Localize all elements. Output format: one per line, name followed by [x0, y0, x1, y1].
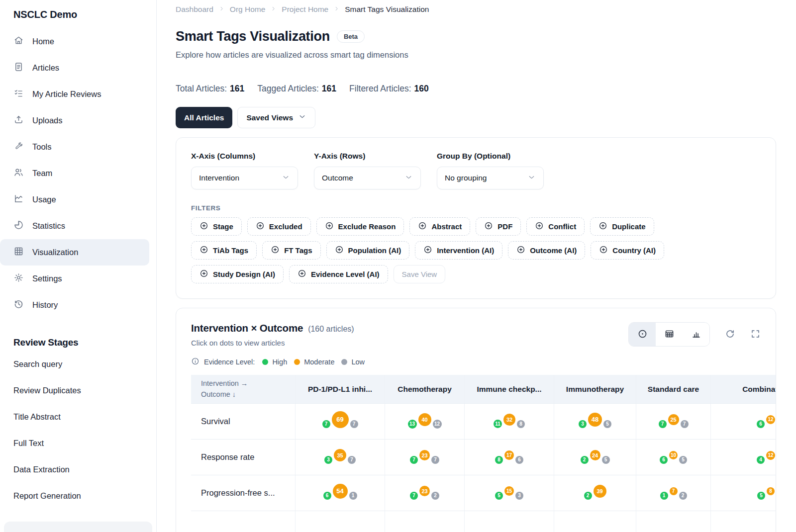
sidebar-item-usage[interactable]: Usage	[0, 186, 149, 213]
evidence-dot-low[interactable]: 5	[602, 456, 610, 464]
stage-item-data-extraction[interactable]: Data Extraction	[0, 456, 156, 483]
evidence-dot-high[interactable]: 8	[495, 456, 503, 464]
save-view-button[interactable]: Save View	[394, 265, 446, 283]
filter-chip-pdf[interactable]: PDF	[476, 217, 521, 236]
evidence-dot-moderate[interactable]: 12	[766, 451, 775, 460]
filter-chip-population-ai[interactable]: Population (AI)	[326, 241, 410, 260]
filter-chip-ft-tags[interactable]: FT Tags	[262, 241, 320, 260]
filter-chip-conflict[interactable]: Conflict	[526, 217, 585, 236]
evidence-dot-high[interactable]: 6	[323, 492, 331, 500]
evidence-dot-moderate[interactable]: 69	[332, 411, 349, 428]
evidence-dot-low[interactable]: 7	[681, 420, 689, 428]
x-axis-select[interactable]: Intervention	[191, 167, 298, 189]
group-by-select[interactable]: No grouping	[437, 167, 544, 189]
evidence-dot-high[interactable]: 2	[581, 456, 589, 464]
breadcrumb-project-home[interactable]: Project Home	[282, 5, 328, 14]
table-view-button[interactable]	[656, 323, 683, 346]
evidence-dot-low[interactable]: 3	[515, 492, 523, 500]
matrix-cell: 7237	[385, 440, 465, 475]
evidence-dot-low[interactable]: 12	[433, 420, 442, 429]
filter-chip-country-ai[interactable]: Country (AI)	[591, 241, 664, 260]
sidebar-item-team[interactable]: Team	[0, 160, 149, 186]
evidence-dot-moderate[interactable]: 54	[333, 484, 348, 499]
filter-chip-evidence-level-ai[interactable]: Evidence Level (AI)	[289, 265, 388, 283]
evidence-dot-high[interactable]: 3	[324, 456, 332, 464]
evidence-dot-moderate[interactable]: 24	[590, 450, 600, 460]
evidence-dot-moderate[interactable]: 10	[669, 451, 678, 459]
sidebar-item-articles[interactable]: Articles	[0, 55, 149, 81]
stage-item-report-generation[interactable]: Report Generation	[0, 483, 156, 509]
evidence-dot-low[interactable]: 2	[679, 492, 687, 500]
chart-view-button[interactable]	[683, 323, 709, 346]
evidence-dot-low[interactable]: 7	[348, 456, 356, 464]
evidence-dot-low[interactable]: 7	[431, 456, 439, 464]
evidence-dot-moderate[interactable]: 17	[504, 450, 514, 460]
filter-chip-abstract[interactable]: Abstract	[409, 217, 470, 236]
evidence-dot-low[interactable]: 1	[349, 492, 357, 500]
evidence-dot-low[interactable]: 7	[350, 420, 358, 428]
evidence-dot-moderate[interactable]: 32	[503, 414, 515, 426]
stage-item-full-text[interactable]: Full Text	[0, 430, 156, 456]
evidence-dot-high[interactable]: 5	[495, 492, 503, 500]
evidence-dot-high[interactable]: 5	[757, 492, 765, 500]
stage-item-search-query[interactable]: Search query	[0, 351, 156, 377]
evidence-dot-low[interactable]: 5	[679, 456, 687, 464]
sidebar-item-history[interactable]: History	[0, 292, 149, 318]
evidence-dot-high[interactable]: 7	[322, 420, 330, 428]
evidence-dot-high[interactable]: 6	[660, 456, 668, 464]
evidence-dot-low[interactable]: 2	[431, 492, 439, 500]
evidence-dot-high[interactable]: 2	[584, 492, 592, 500]
evidence-dot-moderate[interactable]: 8	[767, 487, 775, 495]
sidebar-item-statistics[interactable]: Statistics	[0, 213, 149, 239]
sidebar-item-home[interactable]: Home	[0, 28, 149, 55]
sidebar-item-visualization[interactable]: Visualization	[0, 239, 149, 266]
evidence-dot-high[interactable]: 6	[757, 420, 765, 428]
y-axis-select[interactable]: Outcome	[314, 167, 421, 189]
evidence-dot-high[interactable]: 3	[579, 420, 587, 428]
tab-all-articles[interactable]: All Articles	[176, 107, 232, 128]
sidebar-item-tools[interactable]: Tools	[0, 134, 149, 160]
sidebar-item-settings[interactable]: Settings	[0, 266, 149, 292]
evidence-dot-moderate[interactable]: 23	[419, 486, 430, 496]
tab-saved-views[interactable]: Saved Views	[237, 107, 315, 128]
stage-item-title-abstract[interactable]: Title Abstract	[0, 404, 156, 430]
evidence-dot-high[interactable]: 1	[660, 492, 668, 500]
evidence-dot-high[interactable]: 7	[410, 492, 418, 500]
evidence-dot-moderate[interactable]: 12	[766, 415, 775, 424]
evidence-dot-moderate[interactable]: 7	[670, 487, 678, 495]
chevron-right-icon	[270, 5, 277, 14]
evidence-dot-high[interactable]: 13	[408, 420, 417, 429]
evidence-dot-moderate[interactable]: 25	[668, 414, 679, 425]
filter-chip-duplicate[interactable]: Duplicate	[590, 217, 654, 236]
evidence-dot-moderate[interactable]: 48	[588, 413, 602, 427]
fullscreen-button[interactable]	[750, 329, 761, 341]
evidence-dot-moderate[interactable]: 39	[594, 485, 606, 498]
evidence-dot-moderate[interactable]: 40	[418, 413, 431, 426]
filter-chip-study-design-ai[interactable]: Study Design (AI)	[191, 265, 284, 283]
filter-chip-tiab-tags[interactable]: TiAb Tags	[191, 241, 257, 260]
filter-chip-intervention-ai[interactable]: Intervention (AI)	[415, 241, 502, 260]
refresh-button[interactable]	[725, 329, 735, 341]
evidence-dot-moderate[interactable]: 35	[334, 449, 346, 461]
breadcrumb-org-home[interactable]: Org Home	[230, 5, 266, 14]
evidence-dot-high[interactable]: 7	[659, 420, 667, 428]
sidebar-item-uploads[interactable]: Uploads	[0, 107, 149, 134]
stage-item-review-duplicates[interactable]: Review Duplicates	[0, 377, 156, 404]
evidence-dot-high[interactable]: 11	[494, 420, 502, 428]
evidence-dot-moderate[interactable]: 15	[504, 486, 514, 496]
evidence-dot-moderate[interactable]: 23	[419, 450, 430, 460]
filter-chip-label: Conflict	[548, 222, 576, 231]
dot-view-button[interactable]	[629, 323, 656, 346]
filter-chip-stage[interactable]: Stage	[191, 217, 242, 236]
breadcrumb-dashboard[interactable]: Dashboard	[176, 5, 213, 14]
evidence-dot-low[interactable]: 8	[517, 420, 525, 428]
filter-chip-exclude-reason[interactable]: Exclude Reason	[316, 217, 404, 236]
evidence-dot-low[interactable]: 5	[603, 420, 611, 428]
filter-chip-excluded[interactable]: Excluded	[247, 217, 311, 236]
evidence-dot-high[interactable]: 7	[410, 456, 418, 464]
filter-chip-outcome-ai[interactable]: Outcome (AI)	[508, 241, 585, 260]
x-axis-value: Intervention	[199, 174, 239, 182]
sidebar-item-my-article-reviews[interactable]: My Article Reviews	[0, 81, 149, 107]
evidence-dot-high[interactable]: 4	[757, 456, 765, 464]
evidence-dot-low[interactable]: 6	[515, 456, 523, 464]
